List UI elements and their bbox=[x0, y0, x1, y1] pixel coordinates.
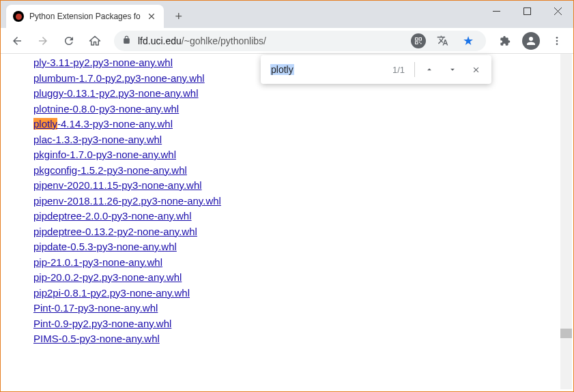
new-tab-button[interactable]: + bbox=[169, 7, 188, 26]
svg-point-7 bbox=[556, 37, 558, 39]
list-item: pluggy-0.13.1-py2.py3-none-any.whl bbox=[33, 87, 573, 99]
svg-point-9 bbox=[556, 43, 558, 45]
find-next-button[interactable] bbox=[441, 58, 464, 81]
list-item: pip2pi-0.8.1-py2.py3-none-any.whl bbox=[33, 287, 573, 299]
window-controls bbox=[481, 1, 573, 21]
find-close-button[interactable] bbox=[464, 58, 487, 81]
home-button[interactable] bbox=[84, 30, 106, 52]
svg-rect-4 bbox=[416, 42, 418, 44]
find-input[interactable]: plotly bbox=[270, 64, 386, 75]
tab-title: Python Extension Packages fo bbox=[29, 12, 141, 21]
find-prev-button[interactable] bbox=[418, 58, 441, 81]
close-window-button[interactable] bbox=[543, 1, 573, 21]
list-item: pipenv-2018.11.26-py2.py3-none-any.whl bbox=[33, 195, 573, 207]
address-bar[interactable]: lfd.uci.edu/~gohlke/pythonlibs/ ★ bbox=[114, 31, 486, 51]
list-item: Pint-0.17-py3-none-any.whl bbox=[33, 302, 573, 314]
list-item: pipdate-0.5.3-py3-none-any.whl bbox=[33, 241, 573, 252]
tab-favicon bbox=[13, 11, 24, 22]
titlebar: Python Extension Packages fo + bbox=[1, 1, 573, 28]
reload-button[interactable] bbox=[58, 30, 80, 52]
lock-icon bbox=[122, 35, 131, 46]
list-item: pipdeptree-2.0.0-py3-none-any.whl bbox=[33, 210, 573, 222]
package-link-list: ply-3.11-py2.py3-none-any.whlplumbum-1.7… bbox=[33, 57, 573, 344]
package-link[interactable]: Pint-0.17-py3-none-any.whl bbox=[33, 302, 158, 314]
list-item: Pint-0.9-py2.py3-none-any.whl bbox=[33, 318, 573, 329]
list-item: plotnine-0.8.0-py3-none-any.whl bbox=[33, 103, 573, 115]
url-text: lfd.uci.edu/~gohlke/pythonlibs/ bbox=[138, 35, 404, 46]
browser-tab[interactable]: Python Extension Packages fo bbox=[6, 5, 164, 28]
list-item: plotly-4.14.3-py3-none-any.whl bbox=[33, 118, 573, 130]
package-link[interactable]: plotly-4.14.3-py3-none-any.whl bbox=[33, 118, 173, 130]
package-link[interactable]: pipenv-2020.11.15-py3-none-any.whl bbox=[33, 179, 202, 191]
tab-close-icon[interactable] bbox=[146, 11, 157, 22]
svg-rect-6 bbox=[420, 43, 422, 44]
svg-rect-3 bbox=[419, 37, 422, 40]
list-item: plac-1.3.3-py3-none-any.whl bbox=[33, 134, 573, 145]
list-item: pipdeptree-0.13.2-py2-none-any.whl bbox=[33, 226, 573, 237]
minimize-button[interactable] bbox=[481, 1, 512, 21]
bookmark-star-icon[interactable]: ★ bbox=[459, 31, 478, 50]
package-link[interactable]: pluggy-0.13.1-py2.py3-none-any.whl bbox=[33, 87, 199, 99]
search-highlight: plotly bbox=[33, 118, 57, 130]
svg-rect-1 bbox=[524, 7, 531, 14]
find-query-text: plotly bbox=[270, 64, 294, 75]
maximize-button[interactable] bbox=[512, 1, 543, 21]
list-item: pkginfo-1.7.0-py3-none-any.whl bbox=[33, 149, 573, 160]
list-item: pkgconfig-1.5.2-py3-none-any.whl bbox=[33, 164, 573, 176]
forward-button[interactable] bbox=[32, 30, 54, 52]
profile-avatar[interactable] bbox=[520, 30, 542, 52]
package-link[interactable]: pipdeptree-2.0.0-py3-none-any.whl bbox=[33, 210, 192, 222]
svg-point-8 bbox=[556, 40, 558, 42]
list-item: PIMS-0.5-py3-none-any.whl bbox=[33, 333, 573, 344]
qr-icon[interactable] bbox=[411, 33, 426, 48]
package-link[interactable]: plumbum-1.7.0-py2.py3-none-any.whl bbox=[33, 72, 205, 84]
list-item: pip-21.0.1-py3-none-any.whl bbox=[33, 256, 573, 268]
list-item: pipenv-2020.11.15-py3-none-any.whl bbox=[33, 179, 573, 191]
scrollbar-track[interactable] bbox=[560, 54, 572, 389]
svg-rect-0 bbox=[493, 11, 500, 12]
find-match-count: 1/1 bbox=[392, 65, 405, 75]
package-link[interactable]: pip2pi-0.8.1-py2.py3-none-any.whl bbox=[33, 287, 190, 299]
scrollbar-thumb[interactable] bbox=[560, 329, 572, 338]
browser-toolbar: lfd.uci.edu/~gohlke/pythonlibs/ ★ bbox=[1, 28, 573, 54]
package-link[interactable]: PIMS-0.5-py3-none-any.whl bbox=[33, 333, 160, 344]
list-item: pip-20.0.2-py2.py3-none-any.whl bbox=[33, 271, 573, 283]
svg-rect-5 bbox=[419, 42, 420, 43]
package-link[interactable]: pipenv-2018.11.26-py2.py3-none-any.whl bbox=[33, 195, 221, 207]
package-link[interactable]: Pint-0.9-py2.py3-none-any.whl bbox=[33, 318, 171, 329]
translate-icon[interactable] bbox=[433, 31, 452, 50]
package-link[interactable]: plac-1.3.3-py3-none-any.whl bbox=[33, 134, 162, 145]
menu-icon[interactable] bbox=[546, 30, 568, 52]
package-link[interactable]: pipdate-0.5.3-py3-none-any.whl bbox=[33, 241, 177, 252]
package-link[interactable]: pkgconfig-1.5.2-py3-none-any.whl bbox=[33, 164, 187, 176]
package-link[interactable]: pip-21.0.1-py3-none-any.whl bbox=[33, 256, 162, 268]
package-link[interactable]: pipdeptree-0.13.2-py2-none-any.whl bbox=[33, 226, 197, 237]
package-link[interactable]: plotnine-0.8.0-py3-none-any.whl bbox=[33, 103, 179, 115]
extensions-icon[interactable] bbox=[494, 30, 516, 52]
package-link[interactable]: pkginfo-1.7.0-py3-none-any.whl bbox=[33, 149, 176, 160]
package-link[interactable]: ply-3.11-py2.py3-none-any.whl bbox=[33, 57, 173, 68]
page-content: ply-3.11-py2.py3-none-any.whlplumbum-1.7… bbox=[1, 54, 573, 391]
find-in-page-bar: plotly 1/1 bbox=[261, 55, 491, 84]
back-button[interactable] bbox=[6, 30, 28, 52]
package-link[interactable]: pip-20.0.2-py2.py3-none-any.whl bbox=[33, 271, 182, 283]
find-divider bbox=[414, 62, 415, 77]
svg-rect-2 bbox=[416, 37, 418, 40]
